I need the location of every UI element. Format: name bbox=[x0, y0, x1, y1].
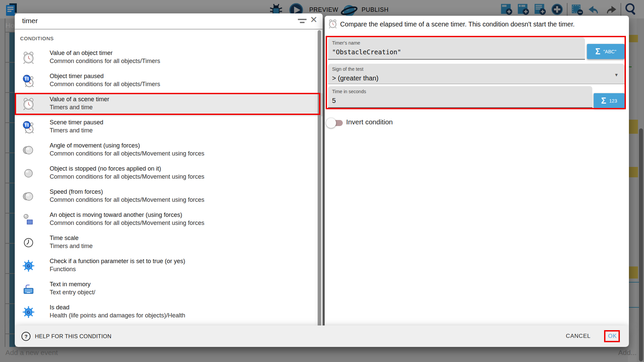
list-item-time-scale[interactable]: Time scaleTimers and time bbox=[15, 232, 323, 255]
item-subtitle: Common conditions for all objects/Moveme… bbox=[50, 196, 204, 204]
timer-icon bbox=[22, 98, 35, 110]
item-subtitle: Common conditions for all objects/Moveme… bbox=[50, 173, 204, 181]
item-subtitle: Functions bbox=[50, 265, 185, 273]
clock-icon bbox=[22, 236, 35, 249]
list-item-value-of-a-scene-timer[interactable]: Value of a scene timerTimers and time bbox=[15, 93, 323, 116]
search-input[interactable]: timer bbox=[22, 17, 38, 25]
svg-text:G: G bbox=[27, 264, 30, 268]
list-item-value-of-an-object-timer[interactable]: Value of an object timerCommon condition… bbox=[15, 47, 323, 70]
svg-text:G: G bbox=[27, 310, 30, 315]
divider bbox=[15, 29, 323, 29]
force-icon bbox=[22, 144, 35, 157]
item-subtitle: Timers and time bbox=[50, 103, 109, 111]
keyboard-icon bbox=[22, 283, 35, 295]
list-item-text-in-memory[interactable]: Text in memoryText entry object/ bbox=[15, 278, 323, 301]
timer-paused-icon bbox=[22, 74, 35, 87]
item-title: Object is stopped (no forces applied on … bbox=[50, 165, 204, 173]
item-title: Scene timer paused bbox=[50, 118, 103, 126]
sigma-icon: Σ bbox=[595, 47, 600, 56]
gear-icon: G bbox=[22, 259, 35, 272]
list-item-scene-timer-paused[interactable]: Scene timer pausedTimers and time bbox=[15, 116, 323, 139]
item-title: Is dead bbox=[50, 303, 185, 311]
timer-paused-icon bbox=[22, 121, 35, 133]
list-item-is-dead[interactable]: GIs deadHealth (life points and damages … bbox=[15, 301, 323, 324]
help-button[interactable]: ? HELP FOR THIS CONDITION bbox=[21, 332, 111, 341]
list-item-speed-from-forces[interactable]: Speed (from forces)Common conditions for… bbox=[15, 186, 323, 209]
item-title: Time scale bbox=[50, 234, 93, 242]
chevron-down-icon[interactable]: ▼ bbox=[614, 72, 619, 77]
field-label: Sign of the test bbox=[332, 66, 363, 72]
ball-icon bbox=[22, 167, 35, 180]
field-label: Time in seconds bbox=[332, 89, 366, 94]
item-title: Text in memory bbox=[50, 280, 95, 288]
cancel-button[interactable]: CANCEL bbox=[566, 333, 591, 340]
time-in-seconds-field[interactable]: Time in seconds 5 bbox=[328, 86, 592, 108]
conditions-list: Value of an object timerCommon condition… bbox=[15, 47, 323, 324]
list-item-angle-of-movement-using-forces[interactable]: Angle of movement (using forces)Common c… bbox=[15, 139, 323, 163]
close-icon[interactable]: ✕ bbox=[310, 15, 318, 24]
number-expression-button[interactable]: Σ 123 bbox=[594, 93, 625, 108]
list-scrollbar[interactable] bbox=[318, 30, 321, 336]
move-toward-icon bbox=[22, 213, 35, 226]
item-title: Value of an object timer bbox=[50, 49, 160, 57]
item-subtitle: Common conditions for all objects/Moveme… bbox=[50, 149, 204, 158]
list-item-object-timer-paused[interactable]: Object timer pausedCommon conditions for… bbox=[15, 70, 323, 93]
question-mark-icon: ? bbox=[21, 332, 31, 341]
dialog-footer: ? HELP FOR THIS CONDITION CANCEL OK bbox=[15, 325, 629, 347]
item-subtitle: Text entry object/ bbox=[50, 288, 95, 296]
field-value[interactable]: "ObstacleCreation" bbox=[332, 48, 401, 56]
item-subtitle: Common conditions for all objects/Timers bbox=[50, 80, 160, 88]
timer-icon bbox=[22, 51, 35, 64]
list-item-object-is-stopped-no-forces-applied-on-it[interactable]: Object is stopped (no forces applied on … bbox=[15, 163, 323, 186]
field-value[interactable]: 5 bbox=[332, 97, 336, 105]
gear-icon: G bbox=[22, 306, 35, 318]
timers-name-field[interactable]: Timer's name "ObstacleCreation" bbox=[328, 38, 585, 60]
item-subtitle: Timers and time bbox=[50, 126, 103, 134]
conditions-section-label: CONDITIONS bbox=[20, 36, 54, 41]
filter-icon[interactable] bbox=[298, 19, 307, 24]
invert-condition-label: Invert condition bbox=[346, 118, 393, 126]
item-title: An object is moving toward another (usin… bbox=[50, 211, 204, 219]
field-label: Timer's name bbox=[332, 40, 360, 46]
scene-timer-icon bbox=[328, 19, 337, 28]
sign-of-test-select[interactable]: Sign of the test > (greater than) ▼ bbox=[328, 64, 625, 84]
force-icon bbox=[22, 190, 35, 203]
item-subtitle: Timers and time bbox=[50, 242, 93, 250]
item-title: Check if a function parameter is set to … bbox=[50, 257, 185, 265]
string-expression-button[interactable]: Σ "ABC" bbox=[587, 44, 625, 59]
item-title: Speed (from forces) bbox=[50, 188, 204, 196]
list-item-an-object-is-moving-toward-another-using-forces[interactable]: An object is moving toward another (usin… bbox=[15, 209, 323, 232]
item-title: Value of a scene timer bbox=[50, 95, 109, 103]
condition-description: Compare the elapsed time of a scene time… bbox=[340, 20, 575, 28]
condition-editor-panel: Compare the elapsed time of a scene time… bbox=[325, 16, 629, 325]
item-subtitle: Common conditions for all objects/Timers bbox=[50, 57, 160, 65]
field-value[interactable]: > (greater than) bbox=[332, 74, 378, 82]
sigma-icon: Σ bbox=[601, 96, 606, 106]
toggle-knob[interactable] bbox=[326, 118, 336, 128]
item-subtitle: Health (life points and damages for obje… bbox=[50, 311, 185, 319]
item-title: Object timer paused bbox=[50, 72, 160, 80]
item-subtitle: Common conditions for all objects/Moveme… bbox=[50, 219, 204, 227]
condition-search-panel: timer ✕ CONDITIONS Value of an object ti… bbox=[15, 13, 323, 325]
list-item-check-if-a-function-parameter-is-set-to-true-or-yes[interactable]: GCheck if a function parameter is set to… bbox=[15, 255, 323, 278]
item-title: Angle of movement (using forces) bbox=[50, 141, 204, 149]
ok-button[interactable]: OK bbox=[608, 333, 617, 340]
